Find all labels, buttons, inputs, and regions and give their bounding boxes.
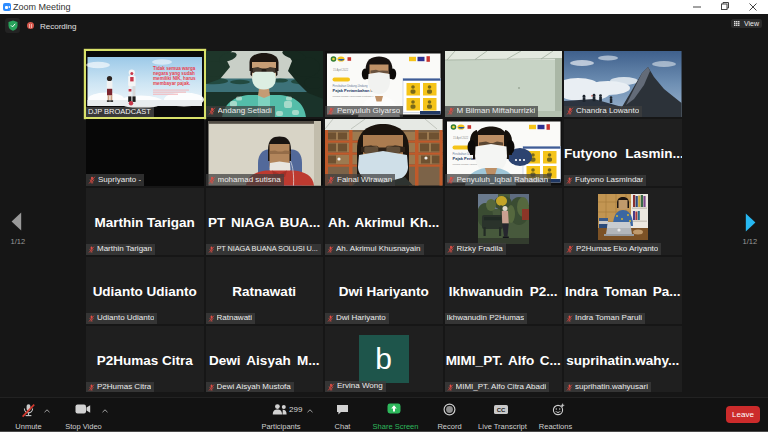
svg-text:15 April 2022: 15 April 2022 (333, 67, 349, 71)
svg-text:CC: CC (496, 406, 505, 412)
svg-text:15 April 2022: 15 April 2022 (453, 136, 469, 140)
svg-text:membayar pajak.: membayar pajak. (153, 80, 190, 85)
